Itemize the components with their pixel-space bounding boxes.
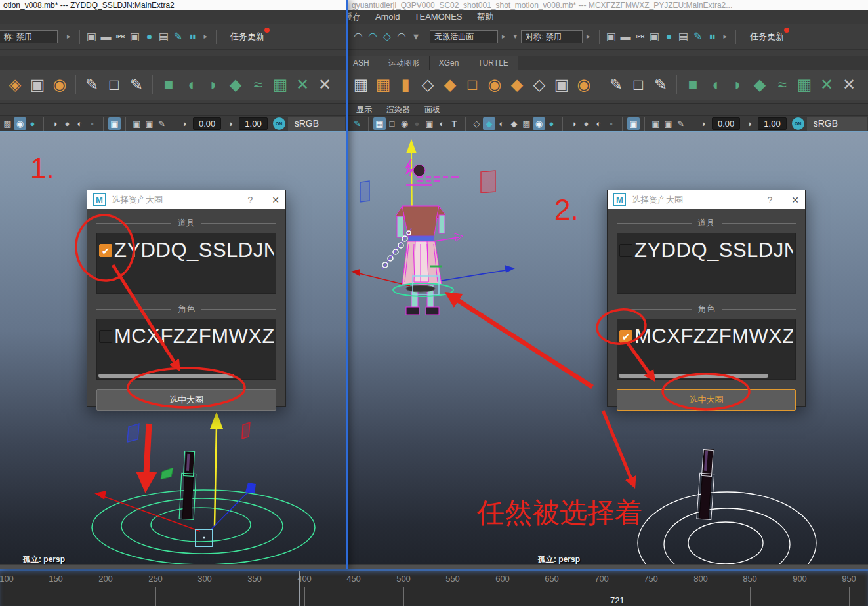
film-gate-icon[interactable]: □ — [386, 117, 398, 130]
list-item[interactable]: ZYDDQ_SSLDJN — [619, 239, 793, 262]
shelf-dot-pencil-icon[interactable]: ✎ — [650, 73, 672, 96]
shelf-select-frame-icon[interactable]: ▣ — [550, 73, 573, 96]
horizontal-scrollbar[interactable] — [98, 374, 234, 378]
color-management-toggle[interactable]: ON — [273, 117, 285, 130]
help-button[interactable]: ? — [767, 195, 772, 205]
shelf-wheel-icon[interactable]: ◉ — [484, 73, 506, 96]
pause-icon[interactable]: ▮▮ — [186, 30, 200, 44]
render-view-icon[interactable]: ▣ — [85, 30, 99, 44]
shelf-diamonds-icon[interactable]: ◇ — [417, 73, 439, 96]
shelf-capsule-icon[interactable]: ▮ — [394, 73, 417, 96]
shelf-rect-handles-icon[interactable]: □ — [461, 73, 484, 96]
shelf-cross-icon[interactable]: ✕ — [816, 73, 838, 96]
render-settings-icon[interactable]: ▣ — [128, 30, 142, 44]
list-item[interactable]: ✔ ZYDDQ_SSLDJN — [99, 239, 274, 262]
render-settings-icon[interactable]: ▣ — [648, 30, 662, 44]
select-through-icon[interactable]: ▣ — [627, 117, 640, 130]
shelf-cube-surface-icon[interactable]: ◆ — [749, 73, 771, 96]
checker-icon[interactable]: ▩ — [520, 117, 533, 130]
shelf-curved-surface2-icon[interactable]: ◗ — [726, 73, 749, 96]
exposure-field[interactable]: 0.00 — [193, 117, 221, 130]
shelf-fold-icon[interactable]: ◆ — [506, 73, 528, 96]
shelf-select-frame-icon[interactable]: ▣ — [26, 73, 49, 96]
panel-menu-renderer[interactable]: 渲染器 — [386, 104, 410, 115]
menu-teamones[interactable]: TEAMONES — [415, 12, 463, 22]
symmetry-field[interactable]: 对称: 禁用 — [521, 30, 583, 43]
shelf-window-icon[interactable]: ▦ — [269, 73, 291, 96]
title-safe-icon[interactable]: T — [448, 117, 461, 130]
pen-box-icon[interactable]: ✎ — [674, 117, 687, 130]
help-button[interactable]: ? — [247, 195, 253, 205]
exposure-icon[interactable]: ◑ — [697, 117, 709, 130]
select-through-icon[interactable]: ▣ — [108, 117, 121, 130]
dialog-titlebar[interactable]: M 选择资产大圈 ? ✕ — [87, 190, 285, 209]
contrast-icon[interactable]: ◑ — [224, 117, 236, 130]
shelf-tab-turtle[interactable]: TURTLE — [468, 56, 518, 70]
panel-menu-show[interactable]: 显示 — [356, 104, 372, 115]
shelf-curve-pencil-icon[interactable]: ✎ — [605, 73, 627, 96]
gamma-select[interactable]: sRGB gamma — [807, 117, 867, 131]
paint-effects-icon[interactable]: ✎ — [691, 30, 705, 44]
shelf-grid-box2-icon[interactable]: ▦ — [372, 73, 394, 96]
sphere-gray-icon[interactable]: ● — [61, 117, 73, 130]
shelf-squiggle-icon[interactable]: ≈ — [771, 73, 793, 96]
snap-dropdown-arrow-icon[interactable]: ▾ — [409, 30, 423, 44]
dropdown-arrow-icon[interactable]: ▾ — [514, 32, 518, 41]
shelf-tab-motion-graphics[interactable]: 运动图形 — [379, 56, 430, 70]
pause-icon[interactable]: ▮▮ — [705, 30, 720, 44]
shelf-tab-xgen[interactable]: XGen — [430, 56, 469, 70]
ipr-render-icon[interactable]: IPR — [114, 30, 128, 44]
sphere-white-icon[interactable]: ◑ — [49, 117, 61, 130]
shelf-window-icon[interactable]: ▦ — [793, 73, 816, 96]
timeline[interactable]: 1001502002503003504004505005506006507007… — [0, 569, 868, 606]
image-plane-icon[interactable]: ◐ — [436, 117, 448, 130]
menu-help[interactable]: 帮助 — [477, 11, 494, 23]
collapse-arrow-icon[interactable]: ▸ — [204, 32, 208, 41]
gate-mask-icon[interactable]: ● — [411, 117, 423, 130]
prop-list[interactable]: ZYDDQ_SSLDJN — [617, 233, 796, 294]
shelf-plane-surface-icon[interactable]: ■ — [157, 73, 180, 96]
snap-curve-icon[interactable]: ◠ — [365, 30, 380, 44]
task-update-button[interactable]: 任务更新 — [750, 31, 784, 43]
light-bulb-icon[interactable]: ◉ — [533, 117, 545, 130]
prop-checkbox[interactable]: ✔ — [99, 244, 112, 257]
hypershade-icon[interactable]: ● — [142, 30, 157, 44]
select-big-circle-button[interactable]: 选中大圈 — [617, 389, 796, 411]
shadow-dot-icon[interactable]: ● — [545, 117, 558, 130]
layer-front-icon[interactable]: ▣ — [131, 117, 143, 130]
layer-back-icon[interactable]: ▣ — [143, 117, 155, 130]
menu-arnold[interactable]: Arnold — [375, 12, 400, 22]
close-icon[interactable]: ✕ — [791, 195, 799, 205]
char-list[interactable]: ✔ MCXFZZFMWXZ_PYJZ — [617, 319, 796, 380]
char-checkbox[interactable] — [99, 330, 112, 343]
render-view-icon[interactable]: ▣ — [604, 30, 619, 44]
char-list[interactable]: MCXFZZFMWXZ_PYJZ — [96, 319, 276, 380]
layer-back-icon[interactable]: ▣ — [662, 117, 674, 130]
halfshade-cube-icon[interactable]: ◐ — [495, 117, 508, 130]
char-checkbox[interactable]: ✔ — [619, 330, 632, 343]
layer-front-icon[interactable]: ▣ — [650, 117, 662, 130]
shelf-diamonds2-icon[interactable]: ◇ — [528, 73, 550, 96]
shelf-needle-icon[interactable]: ✕ — [314, 73, 336, 96]
gamma-select[interactable]: sRGB gamma — [288, 117, 345, 131]
shaded-cube-icon[interactable]: ◆ — [483, 117, 495, 130]
shelf-cross-icon[interactable]: ✕ — [291, 73, 314, 96]
textured-cube-icon[interactable]: ◆ — [508, 117, 520, 130]
shelf-sphere-project-icon[interactable]: ◉ — [49, 73, 71, 96]
dialog-titlebar[interactable]: M 选择资产大圈 ? ✕ — [608, 190, 805, 209]
shelf-sphere-project-icon[interactable]: ◉ — [573, 73, 595, 96]
grid-icon[interactable]: ▦ — [373, 117, 386, 130]
exposure-icon[interactable]: ◑ — [178, 117, 190, 130]
task-update-button[interactable]: 任务更新 — [230, 31, 264, 43]
close-icon[interactable]: ✕ — [272, 195, 279, 205]
shelf-rect-pencil-icon[interactable]: □ — [103, 73, 125, 96]
snap-grid-icon[interactable]: ◠ — [351, 30, 365, 44]
contrast-field[interactable]: 1.00 — [758, 117, 786, 130]
shelf-tab-mash[interactable]: ASH — [344, 56, 379, 70]
collapse-arrow-icon[interactable]: ▸ — [724, 32, 728, 41]
shelf-curved-surface2-icon[interactable]: ◗ — [202, 73, 224, 96]
shelf-box-orange-icon[interactable]: ◆ — [439, 73, 461, 96]
region-icon[interactable]: ▣ — [423, 117, 436, 130]
paint-brush-icon[interactable]: ✎ — [351, 117, 363, 130]
paint-effects-icon[interactable]: ✎ — [171, 30, 186, 44]
